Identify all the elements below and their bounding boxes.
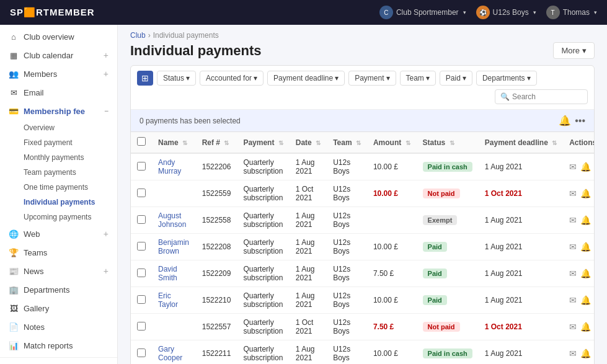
sidebar-item-web[interactable]: 🌐 Web + <box>0 224 117 243</box>
row-payment: Quarterly subscription <box>237 260 289 287</box>
row-checkbox[interactable] <box>137 295 146 304</box>
sidebar-item-members[interactable]: 👥 Members + <box>0 64 117 83</box>
email-action-icon[interactable]: ✉ <box>569 269 577 278</box>
row-checkbox-cell[interactable] <box>131 234 152 260</box>
row-ref: 1522559 <box>196 180 237 207</box>
th-amount[interactable]: Amount ⇅ <box>367 132 417 153</box>
row-checkbox-cell[interactable] <box>131 314 152 340</box>
sidebar-item-teams[interactable]: 🏆 Teams <box>0 243 117 262</box>
member-name[interactable]: Andy Murray <box>158 158 181 175</box>
more-button[interactable]: More ▾ <box>553 42 595 59</box>
row-checkbox-cell[interactable] <box>131 153 152 180</box>
team-selector[interactable]: ⚽ U12s Boys ▾ <box>476 6 536 19</box>
filter-payment-deadline[interactable]: Payment deadline ▾ <box>267 71 345 86</box>
row-checkbox[interactable] <box>137 322 146 331</box>
row-checkbox-cell[interactable] <box>131 207 152 234</box>
sidebar-item-settings[interactable]: ⚙ <box>0 362 117 364</box>
th-date[interactable]: Date ⇅ <box>290 132 327 153</box>
club-selector[interactable]: C Club Sportmember ▾ <box>379 6 466 19</box>
sidebar-label-membership-fee: Membership fee <box>24 107 99 116</box>
member-name[interactable]: David Smith <box>158 265 177 282</box>
add-news-icon[interactable]: + <box>104 266 109 276</box>
member-name[interactable]: August Johnson <box>158 211 186 229</box>
sidebar-sub-monthly-payments[interactable]: Monthly payments <box>24 150 117 165</box>
email-action-icon[interactable]: ✉ <box>569 242 577 252</box>
row-checkbox[interactable] <box>137 348 146 357</box>
email-action-icon[interactable]: ✉ <box>569 322 577 332</box>
notify-action-icon[interactable]: 🔔 <box>580 189 591 198</box>
row-checkbox-cell[interactable] <box>131 180 152 207</box>
member-name[interactable]: Eric Taylor <box>158 291 178 309</box>
grid-view-button[interactable]: ⊞ <box>137 71 153 86</box>
filter-departments[interactable]: Departments ▾ <box>476 71 537 86</box>
row-checkbox[interactable] <box>137 215 146 224</box>
notify-action-icon[interactable]: 🔔 <box>580 295 591 305</box>
sidebar-item-email[interactable]: ✉ Email <box>0 83 117 102</box>
email-action-icon[interactable]: ✉ <box>569 162 577 172</box>
filter-paid[interactable]: Paid ▾ <box>440 71 472 86</box>
member-name[interactable]: Benjamin Brown <box>158 238 189 255</box>
email-action-icon[interactable]: ✉ <box>569 215 577 225</box>
th-status[interactable]: Status ⇅ <box>417 132 479 153</box>
search-input[interactable] <box>512 92 582 101</box>
sidebar-item-club-calendar[interactable]: ▦ Club calendar + <box>0 46 117 64</box>
row-checkbox[interactable] <box>137 162 146 171</box>
filter-status[interactable]: Status ▾ <box>157 71 196 86</box>
filter-team[interactable]: Team ▾ <box>400 71 436 86</box>
add-calendar-icon[interactable]: + <box>104 50 109 60</box>
user-menu[interactable]: T Thomas ▾ <box>546 6 597 19</box>
collapse-fee-icon[interactable]: − <box>104 107 109 115</box>
sidebar-item-gallery[interactable]: 🖼 Gallery <box>0 299 117 317</box>
sidebar-label-club-overview: Club overview <box>24 32 109 42</box>
sidebar-item-news[interactable]: 📰 News + <box>0 262 117 280</box>
sidebar-label-members: Members <box>24 69 99 79</box>
sidebar-sub-overview[interactable]: Overview <box>24 120 117 135</box>
notify-action-icon[interactable]: 🔔 <box>580 215 591 225</box>
notify-action-icon[interactable]: 🔔 <box>580 348 591 358</box>
breadcrumb-club[interactable]: Club <box>130 31 146 40</box>
club-label: Club Sportmember <box>396 8 459 17</box>
filter-accounted-for[interactable]: Accounted for ▾ <box>200 71 264 86</box>
sidebar-sub-one-time-payments[interactable]: One time payments <box>24 180 117 195</box>
sidebar-sub-upcoming-payments[interactable]: Upcoming payments <box>24 210 117 224</box>
member-name[interactable]: Gary Cooper <box>158 345 182 362</box>
add-members-icon[interactable]: + <box>104 69 109 79</box>
th-ref[interactable]: Ref # ⇅ <box>196 132 237 153</box>
notify-action-icon[interactable]: 🔔 <box>580 242 591 252</box>
row-payment: Quarterly subscription <box>237 340 289 365</box>
sidebar-item-club-overview[interactable]: ⌂ Club overview <box>0 27 117 46</box>
sidebar-item-match-reports[interactable]: 📊 Match reports <box>0 336 117 355</box>
sidebar-item-departments[interactable]: 🏢 Departments <box>0 280 117 299</box>
row-checkbox[interactable] <box>137 189 146 197</box>
notify-action-icon[interactable]: 🔔 <box>580 322 591 332</box>
notify-selected-button[interactable]: 🔔 <box>559 115 571 127</box>
notify-action-icon[interactable]: 🔔 <box>580 269 591 278</box>
row-team: U12s Boys <box>327 314 367 340</box>
th-team[interactable]: Team ⇅ <box>327 132 367 153</box>
email-action-icon[interactable]: ✉ <box>569 189 577 198</box>
sidebar-sub-fixed-payment[interactable]: Fixed payment <box>24 135 117 150</box>
row-checkbox[interactable] <box>137 242 146 251</box>
row-checkbox-cell[interactable] <box>131 260 152 287</box>
th-payment[interactable]: Payment ⇅ <box>237 132 289 153</box>
add-web-icon[interactable]: + <box>104 229 109 239</box>
th-name[interactable]: Name ⇅ <box>152 132 196 153</box>
sidebar-item-membership-fee[interactable]: 💳 Membership fee − <box>0 102 117 120</box>
th-deadline[interactable]: Payment deadline ⇅ <box>479 132 563 153</box>
club-chevron: ▾ <box>463 9 466 16</box>
search-box[interactable]: 🔍 <box>495 89 588 104</box>
email-action-icon[interactable]: ✉ <box>569 295 577 305</box>
more-selected-button[interactable]: ••• <box>575 115 585 127</box>
row-checkbox[interactable] <box>137 269 146 277</box>
row-checkbox-cell[interactable] <box>131 287 152 314</box>
sidebar-item-notes[interactable]: 📄 Notes <box>0 317 117 336</box>
row-checkbox-cell[interactable] <box>131 340 152 365</box>
sidebar-sub-individual-payments[interactable]: Individual payments <box>24 195 117 210</box>
sidebar-sub-team-payments[interactable]: Team payments <box>24 165 117 180</box>
email-action-icon[interactable]: ✉ <box>569 348 577 358</box>
select-all-checkbox[interactable] <box>137 137 146 146</box>
club-icon: C <box>379 6 393 19</box>
th-select-all[interactable] <box>131 132 152 153</box>
notify-action-icon[interactable]: 🔔 <box>580 162 591 172</box>
filter-payment[interactable]: Payment ▾ <box>348 71 396 86</box>
